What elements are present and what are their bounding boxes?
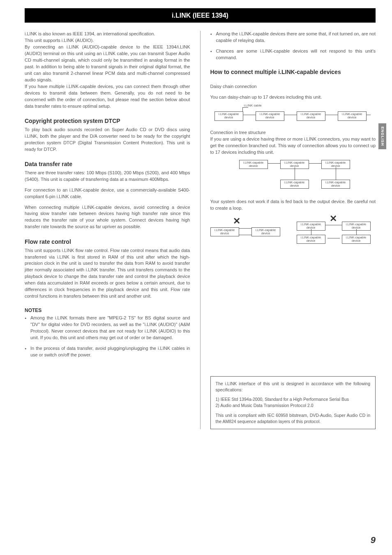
intro-para-3: By connecting an i.LINK (AUDIO)-capable … [25, 44, 190, 83]
spec-intro: The i.LINK interface of this unit is des… [216, 381, 371, 393]
spec-compliance: This unit is compliant with IEC 60958 bi… [216, 412, 371, 425]
device-box: i.LINK-capable device [251, 227, 280, 237]
device-box: i.LINK-capable device [214, 111, 243, 121]
daisy-label: Daisy chain connection [210, 83, 376, 90]
device-box: i.LINK-capable device [297, 111, 325, 121]
x-icon: ✕ [233, 217, 240, 226]
data-rate-heading: Data transfer rate [25, 160, 190, 168]
tree-text: If you are using a device having three o… [210, 136, 376, 156]
column-divider [200, 31, 201, 429]
right-column: Among the i.LINK-capable devices there a… [210, 31, 376, 429]
intro-para-4: If you have multiple i.LINK-capable devi… [25, 83, 190, 110]
flow-heading: Flow rate control [25, 238, 190, 246]
device-box: i.LINK-capable device [256, 111, 284, 121]
left-column: i.LINK is also known as IEEE 1394, an in… [25, 31, 190, 429]
data-rate-3: When connecting multiple i.LINK-capable … [25, 204, 190, 231]
daisy-chain-diagram: i.LINK cable i.LINK-capable device i.LIN… [210, 103, 376, 124]
daisy-text: You can daisy-chain up to 17 devices inc… [210, 94, 376, 101]
data-rate-2: For connection to an i.LINK-capable devi… [25, 187, 190, 200]
language-tab: ENGLISH [378, 123, 386, 149]
spec-item-2: 2) Audio and Music Data Transmission Pro… [216, 402, 371, 409]
tree-diagram: i.LINK-capable device i.LINK-capable dev… [235, 160, 376, 193]
device-box: i.LINK-capable device [210, 227, 239, 237]
data-rate-1: There are three transfer rates: 100 Mbps… [25, 170, 190, 183]
page-number: 9 [371, 534, 376, 547]
page-header: i.LINK (IEEE 1394) [25, 8, 376, 23]
note-item: Among the i.LINK formats there are "MPEG… [25, 315, 190, 341]
note-item: In the process of data transfer, avoid p… [25, 345, 190, 358]
spec-box: The i.LINK interface of this unit is des… [210, 376, 376, 429]
device-box: i.LINK-capable device [338, 111, 367, 121]
intro-line-2: This unit supports i.LINK (AUDIO). [25, 37, 190, 44]
x-icon: ✕ [330, 214, 337, 223]
device-box: i.LINK-capable device [342, 235, 371, 244]
right-bullet-2: Chances are some i.LINK-capable devices … [210, 48, 376, 61]
right-bullet-1: Among the i.LINK-capable devices there a… [210, 31, 376, 44]
device-box: i.LINK-capable device [297, 235, 325, 244]
spec-item-1: 1) IEEE Std 1394a-2000, Standard for a H… [216, 396, 371, 402]
loop-text: Your system does not work if data is fed… [210, 199, 376, 212]
tree-label: Connection in tree structure [210, 130, 376, 136]
copyright-body: To play back audio sounds recorded on Su… [25, 127, 190, 153]
copyright-heading: Copyright protection system DTCP [25, 117, 190, 125]
right-bullets: Among the i.LINK-capable devices there a… [210, 31, 376, 61]
loop-diagrams: ✕ i.LINK-capable device i.LINK-capable d… [210, 216, 376, 253]
device-box: i.LINK-capable device [321, 180, 350, 189]
content-columns: i.LINK is also known as IEEE 1394, an in… [25, 31, 376, 429]
notes-heading: NOTES [25, 307, 190, 314]
how-connect-heading: How to connect multiple i.LINK-capable d… [210, 68, 376, 76]
intro-line-1: i.LINK is also known as IEEE 1394, an in… [25, 31, 190, 37]
flow-body: This unit supports i.LINK flow rate cont… [25, 247, 190, 300]
device-box: i.LINK-capable device [239, 160, 268, 169]
notes-list: Among the i.LINK formats there are "MPEG… [25, 315, 190, 358]
device-box: i.LINK-capable device [280, 180, 309, 189]
